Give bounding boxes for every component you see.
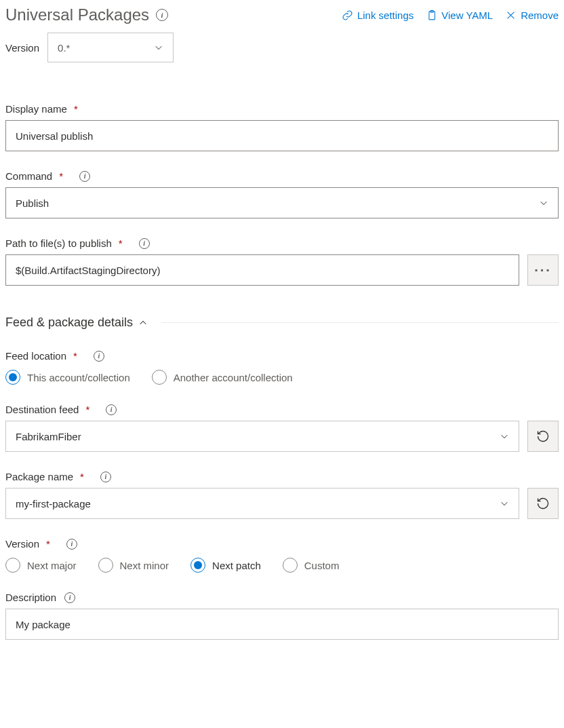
display-name-label: Display name [5, 103, 67, 115]
remove-label: Remove [521, 9, 559, 21]
view-yaml-label: View YAML [441, 9, 493, 21]
chevron-down-icon [500, 499, 509, 508]
required-mark: * [73, 350, 77, 362]
radio-icon [98, 558, 113, 573]
command-value: Publish [16, 197, 49, 209]
refresh-icon [536, 497, 550, 510]
feed-location-this-option[interactable]: This account/collection [5, 370, 130, 385]
path-field: Path to file(s) to publish * i ··· [5, 237, 559, 286]
version-strategy-field: Version * i Next major Next minor Next p… [5, 538, 559, 573]
refresh-button[interactable] [527, 488, 559, 519]
version-major-label: Next major [27, 560, 77, 571]
description-label: Description [5, 592, 56, 603]
version-major-option[interactable]: Next major [5, 558, 77, 573]
close-icon [505, 9, 517, 21]
package-name-select[interactable]: my-first-package [5, 488, 519, 519]
task-version-row: Version 0.* [5, 33, 559, 62]
title-area: Universal Packages i [5, 5, 168, 24]
description-field: Description i [5, 592, 559, 640]
destination-feed-label: Destination feed [5, 404, 79, 415]
task-version-value: 0.* [58, 42, 70, 54]
refresh-button[interactable] [527, 421, 559, 452]
info-icon[interactable]: i [139, 238, 150, 249]
description-input[interactable] [5, 609, 559, 640]
required-mark: * [119, 237, 123, 249]
radio-icon [190, 558, 205, 573]
section-feed-details[interactable]: Feed & package details [5, 315, 559, 330]
header-actions: Link settings View YAML Remove [342, 9, 559, 21]
info-icon[interactable]: i [100, 472, 111, 482]
feed-location-label-row: Feed location * i [5, 350, 559, 362]
version-minor-label: Next minor [120, 560, 169, 571]
destination-feed-select[interactable]: FabrikamFiber [5, 421, 519, 452]
info-icon[interactable]: i [156, 9, 168, 21]
task-header: Universal Packages i Link settings View … [5, 5, 559, 24]
view-yaml-action[interactable]: View YAML [426, 9, 493, 21]
display-name-input[interactable] [5, 120, 559, 151]
info-icon[interactable]: i [66, 539, 77, 550]
radio-icon [5, 558, 20, 573]
chevron-down-icon [500, 432, 509, 441]
required-mark: * [85, 404, 89, 415]
feed-location-radio-group: This account/collection Another account/… [5, 370, 559, 385]
section-divider [161, 322, 559, 323]
version-strategy-label-row: Version * i [5, 538, 559, 550]
chevron-down-icon [154, 43, 163, 52]
package-name-label: Package name [5, 471, 73, 482]
feed-location-this-label: This account/collection [27, 372, 130, 383]
command-label-row: Command * i [5, 170, 559, 182]
refresh-icon [536, 429, 550, 443]
destination-feed-label-row: Destination feed * i [5, 404, 559, 415]
required-mark: * [80, 471, 84, 482]
section-feed-details-label: Feed & package details [5, 315, 133, 330]
info-icon[interactable]: i [64, 592, 75, 603]
remove-action[interactable]: Remove [505, 9, 559, 21]
command-select[interactable]: Publish [5, 187, 559, 218]
version-patch-option[interactable]: Next patch [190, 558, 261, 573]
destination-feed-value: FabrikamFiber [16, 431, 81, 442]
chevron-up-icon [138, 318, 148, 328]
version-minor-option[interactable]: Next minor [98, 558, 169, 573]
link-settings-action[interactable]: Link settings [342, 9, 414, 21]
feed-location-field: Feed location * i This account/collectio… [5, 350, 559, 385]
more-icon: ··· [534, 263, 552, 278]
destination-feed-field: Destination feed * i FabrikamFiber [5, 404, 559, 452]
version-custom-option[interactable]: Custom [283, 558, 340, 573]
display-name-field: Display name * [5, 103, 559, 151]
package-name-value: my-first-package [16, 498, 91, 510]
path-input[interactable] [5, 254, 519, 286]
chevron-down-icon [539, 198, 548, 208]
display-name-label-row: Display name * [5, 103, 559, 115]
task-version-label: Version [5, 42, 39, 54]
package-name-field: Package name * i my-first-package [5, 471, 559, 519]
feed-location-label: Feed location [5, 350, 66, 362]
path-label-row: Path to file(s) to publish * i [5, 237, 559, 249]
version-patch-label: Next patch [212, 560, 261, 571]
feed-location-another-option[interactable]: Another account/collection [152, 370, 293, 385]
info-icon[interactable]: i [106, 404, 117, 415]
radio-icon [152, 370, 167, 385]
info-icon[interactable]: i [79, 171, 90, 182]
info-icon[interactable]: i [94, 351, 104, 362]
link-settings-label: Link settings [357, 9, 414, 21]
version-strategy-label: Version [5, 538, 39, 550]
version-strategy-radio-group: Next major Next minor Next patch Custom [5, 558, 559, 573]
description-label-row: Description i [5, 592, 559, 603]
link-icon [342, 9, 353, 21]
task-version-select[interactable]: 0.* [47, 33, 174, 62]
required-mark: * [59, 170, 63, 182]
feed-location-another-label: Another account/collection [174, 372, 293, 383]
required-mark: * [46, 538, 50, 550]
command-field: Command * i Publish [5, 170, 559, 218]
command-label: Command [5, 170, 52, 182]
required-mark: * [74, 103, 78, 115]
version-custom-label: Custom [304, 560, 340, 571]
path-label: Path to file(s) to publish [5, 237, 112, 249]
package-name-label-row: Package name * i [5, 471, 559, 482]
browse-button[interactable]: ··· [527, 254, 559, 286]
radio-icon [283, 558, 298, 573]
radio-icon [5, 370, 20, 385]
task-title: Universal Packages [5, 5, 149, 24]
clipboard-icon [426, 9, 437, 21]
